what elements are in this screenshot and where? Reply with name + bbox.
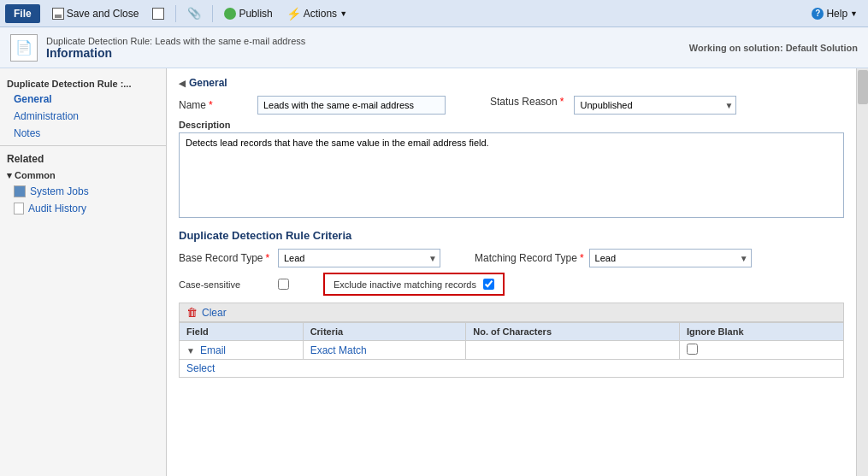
help-icon: ? — [812, 8, 824, 20]
toolbar: File Save and Close 📎 Publish ⚡ Actions … — [0, 0, 868, 27]
clear-icon: 🗑 — [186, 306, 198, 319]
save-close-button[interactable]: Save and Close — [47, 5, 145, 22]
base-record-select[interactable]: Lead — [278, 249, 440, 267]
floppy-icon — [152, 8, 164, 20]
sidebar: Duplicate Detection Rule :... General Ad… — [0, 68, 167, 476]
sidebar-section-title: Duplicate Detection Rule :... — [0, 75, 166, 91]
name-label: Name * — [179, 96, 247, 111]
field-link[interactable]: Email — [200, 344, 226, 356]
record-type-row: Base Record Type * Lead ▼ Matching Recor… — [179, 249, 844, 267]
matching-record-wrapper: Lead ▼ — [589, 249, 752, 267]
col-num-chars: No. of Characters — [466, 323, 680, 341]
row-ignore-blank — [679, 341, 843, 360]
row-field: ▼ Email — [180, 341, 304, 360]
main-layout: Duplicate Detection Rule :... General Ad… — [0, 68, 868, 476]
base-record-group: Base Record Type * Lead ▼ — [179, 249, 440, 267]
status-reason-wrapper: Unpublished Published ▼ — [574, 96, 736, 115]
base-required: * — [266, 252, 270, 264]
actions-icon: ⚡ — [286, 7, 301, 21]
exclude-inactive-group: Exclude inactive matching records — [323, 273, 505, 296]
select-row: Select — [180, 360, 844, 378]
save-icon — [52, 8, 64, 20]
matching-record-group: Matching Record Type * Lead ▼ — [475, 249, 752, 267]
page-header-left: 📄 Duplicate Detection Rule: Leads with t… — [10, 34, 305, 62]
grid-icon — [14, 185, 26, 197]
sidebar-related-title: Related — [0, 145, 166, 167]
page-header: 📄 Duplicate Detection Rule: Leads with t… — [0, 27, 868, 68]
clear-toolbar: 🗑 Clear — [179, 303, 844, 322]
name-status-row: Name * Status Reason * Unpublished Publi… — [179, 96, 844, 115]
exclude-inactive-box: Exclude inactive matching records — [323, 273, 505, 296]
criteria-table: Field Criteria No. of Characters Ignore … — [179, 322, 844, 378]
sidebar-common-title: ▾ Common — [0, 167, 166, 183]
general-section-header: ◀ General — [179, 77, 844, 89]
criteria-section-title: Duplicate Detection Rule Criteria — [179, 229, 844, 242]
table-row: ▼ Email Exact Match — [180, 341, 844, 360]
description-label: Description — [179, 120, 844, 130]
solution-label: Working on solution: Default Solution — [689, 43, 858, 53]
status-reason-select[interactable]: Unpublished Published — [574, 96, 736, 115]
description-textarea[interactable]: Detects lead records that have the same … — [179, 132, 844, 218]
select-link[interactable]: Select — [186, 362, 215, 374]
criteria-table-header-row: Field Criteria No. of Characters Ignore … — [180, 323, 844, 341]
name-input[interactable] — [257, 96, 446, 115]
ignore-blank-checkbox[interactable] — [687, 344, 698, 355]
case-sensitive-checkbox[interactable] — [278, 279, 289, 290]
exclude-inactive-checkbox[interactable] — [483, 279, 494, 290]
doc-icon — [14, 203, 24, 214]
page-title: Information — [46, 46, 305, 60]
row-expand-arrow[interactable]: ▼ — [186, 346, 195, 356]
criteria-link[interactable]: Exact Match — [310, 344, 367, 356]
file-button[interactable]: File — [5, 4, 40, 23]
status-reason-label: Status Reason * — [456, 96, 564, 108]
col-ignore-blank: Ignore Blank — [679, 323, 843, 341]
content-area: ◀ General Name * Status Reason * Unpubli… — [167, 68, 856, 476]
name-required: * — [209, 99, 213, 111]
page-icon: 📄 — [10, 34, 38, 62]
clear-button[interactable]: Clear — [202, 307, 227, 319]
sidebar-item-administration[interactable]: Administration — [0, 108, 166, 125]
attach-button[interactable]: 📎 — [182, 4, 206, 22]
paperclip-icon: 📎 — [187, 7, 201, 20]
page-title-block: Duplicate Detection Rule: Leads with the… — [46, 36, 305, 60]
base-record-wrapper: Lead ▼ — [278, 249, 440, 267]
sidebar-item-system-jobs[interactable]: System Jobs — [0, 183, 166, 200]
matching-required: * — [580, 252, 584, 264]
actions-dropdown-arrow: ▼ — [340, 9, 347, 18]
page-subtitle: Duplicate Detection Rule: Leads with the… — [46, 36, 305, 46]
save-button[interactable] — [147, 5, 169, 22]
sidebar-item-audit-history[interactable]: Audit History — [0, 200, 166, 217]
case-exclude-row: Case-sensitive Exclude inactive matching… — [179, 273, 844, 296]
sidebar-item-general[interactable]: General — [0, 91, 166, 108]
matching-record-label: Matching Record Type * — [475, 252, 584, 264]
matching-record-select[interactable]: Lead — [589, 249, 752, 267]
case-sensitive-label: Case-sensitive — [179, 279, 273, 290]
criteria-section: Duplicate Detection Rule Criteria Base R… — [179, 229, 844, 378]
base-record-label: Base Record Type * — [179, 252, 273, 264]
sidebar-item-notes[interactable]: Notes — [0, 125, 166, 142]
row-num-chars — [466, 341, 680, 360]
toolbar-right: ? Help ▼ — [806, 5, 863, 22]
toolbar-separator-2 — [212, 5, 213, 22]
col-field: Field — [180, 323, 304, 341]
collapse-arrow-general[interactable]: ◀ — [179, 79, 186, 88]
description-block: Description Detects lead records that ha… — [179, 120, 844, 220]
select-cell: Select — [180, 360, 844, 378]
case-sensitive-group: Case-sensitive — [179, 279, 289, 290]
col-criteria: Criteria — [303, 323, 466, 341]
scrollbar[interactable] — [856, 68, 868, 476]
exclude-inactive-label: Exclude inactive matching records — [334, 279, 476, 290]
help-button[interactable]: ? Help ▼ — [806, 5, 863, 22]
status-required: * — [560, 96, 564, 108]
toolbar-separator-1 — [175, 5, 176, 22]
publish-icon — [224, 8, 236, 20]
publish-button[interactable]: Publish — [219, 5, 277, 22]
row-criteria: Exact Match — [303, 341, 466, 360]
actions-button[interactable]: ⚡ Actions ▼ — [281, 4, 352, 23]
help-dropdown-arrow: ▼ — [850, 9, 858, 18]
